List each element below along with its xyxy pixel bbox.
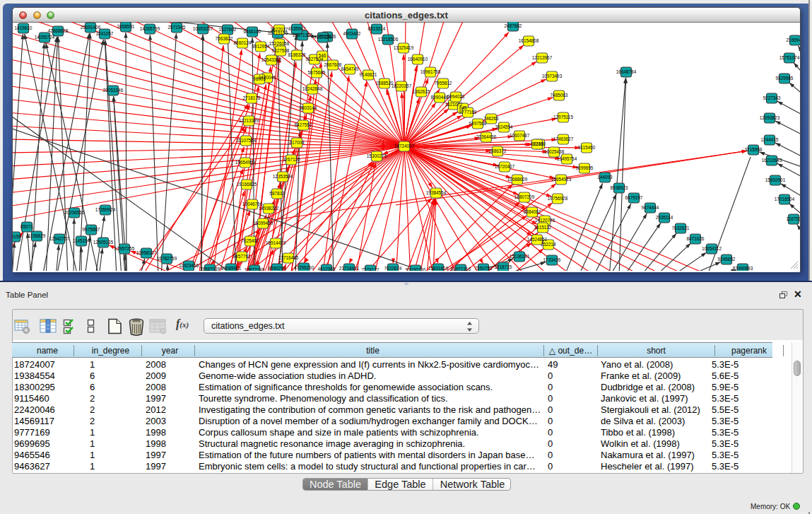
svg-text:18242848: 18242848: [302, 86, 323, 91]
svg-text:12975115: 12975115: [553, 115, 573, 119]
svg-text:7857224: 7857224: [314, 35, 332, 40]
svg-text:6994028: 6994028: [447, 94, 465, 99]
svg-text:15720407: 15720407: [495, 164, 515, 169]
svg-text:2803144: 2803144: [300, 105, 317, 110]
svg-text:12505135: 12505135: [93, 240, 114, 245]
svg-text:9975867: 9975867: [83, 227, 100, 232]
svg-text:5875685: 5875685: [308, 70, 326, 75]
svg-text:1733426: 1733426: [543, 257, 561, 262]
svg-text:7632621: 7632621: [672, 226, 690, 230]
svg-text:8660124: 8660124: [234, 40, 252, 45]
svg-text:9115460: 9115460: [578, 145, 596, 150]
svg-text:9327508: 9327508: [272, 48, 290, 53]
svg-text:9227343: 9227343: [763, 95, 781, 100]
svg-text:417004: 417004: [289, 140, 305, 145]
svg-text:12093823: 12093823: [760, 115, 780, 120]
svg-text:3824554: 3824554: [495, 124, 513, 129]
svg-text:20364436: 20364436: [476, 134, 497, 139]
svg-text:9474444: 9474444: [642, 205, 659, 210]
svg-text:10025438: 10025438: [544, 149, 565, 154]
svg-text:1145194: 1145194: [73, 238, 90, 243]
svg-text:19654923: 19654923: [551, 177, 572, 182]
svg-text:5918715: 5918715: [495, 264, 512, 269]
svg-text:12213389: 12213389: [239, 118, 259, 123]
svg-text:10872248: 10872248: [245, 267, 265, 271]
svg-text:9146821: 9146821: [360, 72, 377, 77]
svg-text:4903402: 4903402: [343, 31, 361, 36]
svg-text:9329965: 9329965: [776, 76, 794, 81]
svg-text:18807209: 18807209: [514, 194, 535, 199]
svg-text:8912954: 8912954: [252, 44, 270, 49]
svg-text:1244415: 1244415: [761, 137, 779, 142]
svg-text:16961758: 16961758: [420, 69, 441, 74]
svg-text:2458591: 2458591: [117, 24, 135, 29]
svg-text:19384554: 19384554: [426, 190, 447, 195]
svg-text:8471626: 8471626: [687, 236, 705, 241]
svg-text:16210643: 16210643: [762, 158, 782, 163]
svg-text:15751074: 15751074: [779, 55, 800, 60]
svg-text:587833: 587833: [269, 191, 285, 196]
svg-text:14524851: 14524851: [527, 237, 548, 242]
svg-text:16782759: 16782759: [157, 256, 177, 261]
svg-text:8813014: 8813014: [368, 26, 386, 31]
svg-text:7350753: 7350753: [475, 266, 493, 271]
svg-text:14938222: 14938222: [259, 206, 279, 211]
svg-text:10654112: 10654112: [702, 246, 722, 251]
svg-text:8990448: 8990448: [431, 95, 449, 100]
svg-text:47295260: 47295260: [294, 265, 314, 270]
svg-text:6679197: 6679197: [625, 195, 643, 200]
svg-text:10543362: 10543362: [261, 57, 282, 62]
svg-text:42868828: 42868828: [48, 28, 69, 33]
svg-text:81971316: 81971316: [451, 267, 471, 271]
svg-text:15136141: 15136141: [510, 254, 530, 259]
svg-text:19166825: 19166825: [237, 182, 257, 187]
svg-text:8454749: 8454749: [341, 66, 359, 71]
svg-text:10653267: 10653267: [193, 26, 213, 31]
svg-text:9384067: 9384067: [524, 209, 541, 214]
svg-text:116753: 116753: [787, 216, 800, 221]
svg-text:20691406: 20691406: [81, 25, 101, 30]
svg-text:16648784: 16648784: [616, 69, 637, 74]
svg-text:39159: 39159: [13, 234, 21, 239]
svg-text:18220357: 18220357: [392, 83, 412, 88]
svg-text:9245652: 9245652: [718, 257, 736, 262]
svg-text:8427552: 8427552: [295, 122, 312, 127]
svg-text:10688609: 10688609: [507, 177, 528, 182]
svg-text:87490893: 87490893: [733, 266, 753, 271]
svg-text:17016504: 17016504: [775, 197, 795, 201]
svg-text:14265799: 14265799: [140, 26, 160, 31]
svg-text:39587039: 39587039: [200, 267, 220, 271]
svg-text:7485063: 7485063: [551, 93, 568, 98]
svg-text:6497568: 6497568: [469, 121, 487, 126]
svg-text:19654963: 19654963: [235, 160, 256, 165]
svg-text:1419610: 1419610: [15, 25, 33, 30]
svg-text:4612365: 4612365: [318, 267, 336, 271]
svg-text:7955812: 7955812: [435, 81, 452, 86]
svg-text:13495754: 13495754: [557, 156, 577, 161]
svg-text:3822037: 3822037: [271, 27, 288, 32]
svg-text:11923466: 11923466: [179, 263, 199, 268]
svg-text:15831819: 15831819: [428, 266, 449, 271]
svg-text:14120746: 14120746: [535, 218, 555, 223]
svg-text:2718176: 2718176: [243, 95, 261, 100]
svg-text:7563822: 7563822: [216, 36, 233, 41]
svg-text:17463627: 17463627: [553, 136, 574, 141]
svg-text:12353594: 12353594: [273, 174, 293, 179]
svg-text:17359924: 17359924: [95, 207, 116, 212]
svg-text:850?1: 850?1: [20, 224, 33, 229]
svg-text:23718431: 23718431: [339, 266, 360, 271]
svg-text:15692901: 15692901: [765, 177, 786, 182]
svg-text:89089901: 89089901: [221, 266, 242, 271]
svg-text:1615132: 1615132: [534, 225, 552, 230]
svg-text:13218506: 13218506: [378, 37, 399, 42]
svg-text:3215958: 3215958: [745, 147, 763, 152]
svg-text:16099459: 16099459: [253, 221, 273, 226]
svg-text:16671355: 16671355: [293, 33, 313, 37]
svg-text:252214: 252214: [541, 242, 556, 247]
svg-text:7374122: 7374122: [362, 267, 379, 271]
svg-text:3341057: 3341057: [96, 31, 114, 36]
svg-text:9699695: 9699695: [576, 165, 594, 170]
svg-text:7022674: 7022674: [384, 266, 402, 271]
svg-text:9777169: 9777169: [459, 110, 477, 115]
svg-text:746266: 746266: [483, 116, 499, 121]
